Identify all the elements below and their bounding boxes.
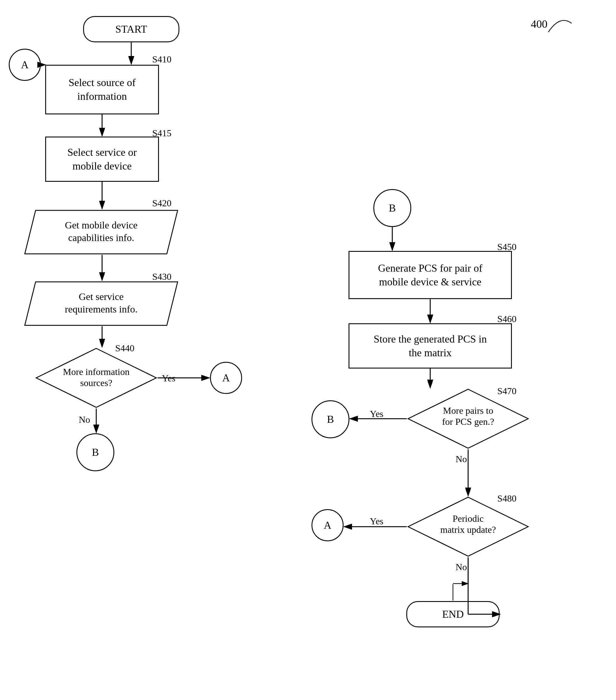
circle-b-bottom: B: [76, 433, 114, 471]
svg-text:Get mobile device: Get mobile device: [65, 220, 137, 230]
select-source-node: Select source ofinformation: [45, 65, 159, 114]
svg-text:sources?: sources?: [80, 378, 112, 388]
step-s460: S460: [497, 314, 517, 324]
step-s410: S410: [152, 54, 172, 65]
flowchart-diagram: 400 START S410 Select source ofinformati…: [0, 0, 616, 700]
yes-label-s470: Yes: [370, 409, 384, 419]
yes-label-s480: Yes: [370, 516, 384, 527]
step-s420: S420: [152, 198, 172, 209]
periodic-update-node: Periodic matrix update?: [407, 496, 529, 557]
fig-curve-icon: [545, 12, 575, 35]
svg-text:More information: More information: [63, 366, 129, 377]
svg-text:matrix update?: matrix update?: [440, 524, 496, 535]
get-service-node: Get service requirements info.: [24, 281, 178, 326]
no-label-s480: No: [456, 562, 467, 573]
svg-text:requirements info.: requirements info.: [65, 304, 137, 314]
select-service-node: Select service ormobile device: [45, 137, 159, 182]
end-node: END: [406, 601, 500, 627]
circle-b-mid: B: [312, 400, 349, 438]
get-mobile-node: Get mobile device capabilities info.: [24, 210, 178, 255]
svg-text:Get service: Get service: [79, 291, 124, 302]
svg-text:capabilities info.: capabilities info.: [68, 232, 135, 243]
circle-a-right: A: [210, 362, 242, 394]
more-info-node: More information sources?: [35, 347, 158, 409]
step-s430: S430: [152, 271, 172, 282]
store-pcs-node: Store the generated PCS inthe matrix: [349, 323, 512, 368]
yes-label-s440: Yes: [162, 373, 176, 384]
svg-text:Periodic: Periodic: [453, 513, 484, 524]
no-label-s440: No: [79, 414, 90, 425]
gen-pcs-node: Generate PCS for pair ofmobile device & …: [349, 251, 512, 299]
no-label-s470: No: [456, 454, 467, 464]
circle-b-top-right: B: [373, 189, 411, 227]
start-node: START: [83, 16, 179, 42]
svg-text:More pairs to: More pairs to: [443, 405, 493, 416]
circle-a-left: A: [9, 49, 41, 81]
more-pairs-node: More pairs to for PCS gen.?: [407, 388, 529, 449]
circle-a-bot: A: [312, 509, 343, 541]
svg-text:for PCS gen.?: for PCS gen.?: [442, 416, 494, 427]
figure-label: 400: [531, 17, 548, 30]
